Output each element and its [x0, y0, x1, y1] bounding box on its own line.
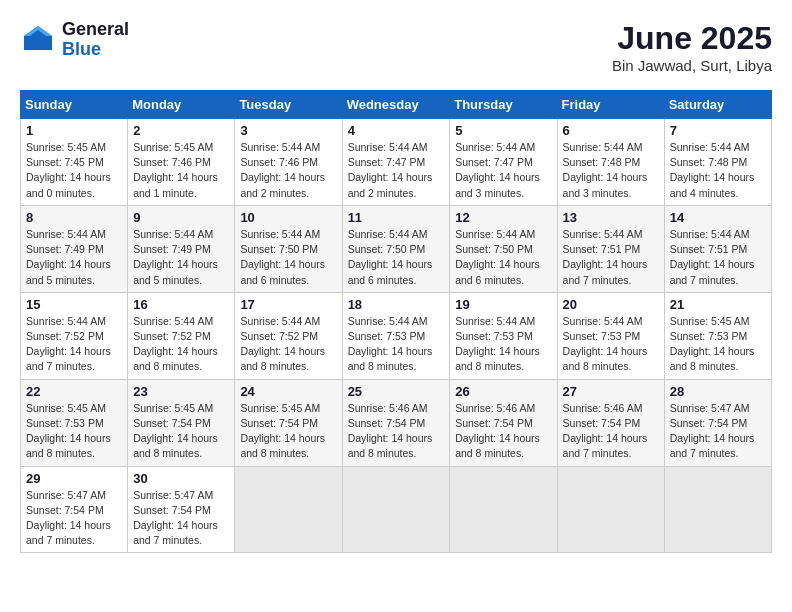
- day-number: 16: [133, 297, 229, 312]
- calendar-cell: 14Sunrise: 5:44 AM Sunset: 7:51 PM Dayli…: [664, 205, 771, 292]
- day-number: 18: [348, 297, 445, 312]
- day-number: 24: [240, 384, 336, 399]
- day-number: 4: [348, 123, 445, 138]
- calendar-cell: 9Sunrise: 5:44 AM Sunset: 7:49 PM Daylig…: [128, 205, 235, 292]
- day-number: 25: [348, 384, 445, 399]
- day-info: Sunrise: 5:45 AM Sunset: 7:46 PM Dayligh…: [133, 140, 229, 201]
- day-info: Sunrise: 5:46 AM Sunset: 7:54 PM Dayligh…: [455, 401, 551, 462]
- day-info: Sunrise: 5:44 AM Sunset: 7:47 PM Dayligh…: [348, 140, 445, 201]
- day-info: Sunrise: 5:45 AM Sunset: 7:54 PM Dayligh…: [240, 401, 336, 462]
- calendar-cell: 6Sunrise: 5:44 AM Sunset: 7:48 PM Daylig…: [557, 119, 664, 206]
- logo-icon: [20, 22, 56, 58]
- day-info: Sunrise: 5:44 AM Sunset: 7:51 PM Dayligh…: [563, 227, 659, 288]
- calendar-header: SundayMondayTuesdayWednesdayThursdayFrid…: [21, 91, 772, 119]
- day-number: 29: [26, 471, 122, 486]
- calendar-cell: 26Sunrise: 5:46 AM Sunset: 7:54 PM Dayli…: [450, 379, 557, 466]
- day-info: Sunrise: 5:44 AM Sunset: 7:47 PM Dayligh…: [455, 140, 551, 201]
- day-info: Sunrise: 5:46 AM Sunset: 7:54 PM Dayligh…: [348, 401, 445, 462]
- day-info: Sunrise: 5:45 AM Sunset: 7:45 PM Dayligh…: [26, 140, 122, 201]
- calendar-cell: [664, 466, 771, 553]
- day-number: 21: [670, 297, 766, 312]
- calendar-cell: 7Sunrise: 5:44 AM Sunset: 7:48 PM Daylig…: [664, 119, 771, 206]
- day-info: Sunrise: 5:47 AM Sunset: 7:54 PM Dayligh…: [26, 488, 122, 549]
- day-number: 19: [455, 297, 551, 312]
- calendar-cell: 25Sunrise: 5:46 AM Sunset: 7:54 PM Dayli…: [342, 379, 450, 466]
- calendar-body: 1Sunrise: 5:45 AM Sunset: 7:45 PM Daylig…: [21, 119, 772, 553]
- calendar-cell: 28Sunrise: 5:47 AM Sunset: 7:54 PM Dayli…: [664, 379, 771, 466]
- day-info: Sunrise: 5:44 AM Sunset: 7:46 PM Dayligh…: [240, 140, 336, 201]
- calendar-cell: 29Sunrise: 5:47 AM Sunset: 7:54 PM Dayli…: [21, 466, 128, 553]
- weekday-header: Saturday: [664, 91, 771, 119]
- day-info: Sunrise: 5:44 AM Sunset: 7:52 PM Dayligh…: [26, 314, 122, 375]
- calendar-cell: 18Sunrise: 5:44 AM Sunset: 7:53 PM Dayli…: [342, 292, 450, 379]
- calendar-week-row: 15Sunrise: 5:44 AM Sunset: 7:52 PM Dayli…: [21, 292, 772, 379]
- calendar-cell: 22Sunrise: 5:45 AM Sunset: 7:53 PM Dayli…: [21, 379, 128, 466]
- calendar-cell: 24Sunrise: 5:45 AM Sunset: 7:54 PM Dayli…: [235, 379, 342, 466]
- day-number: 8: [26, 210, 122, 225]
- calendar-cell: 2Sunrise: 5:45 AM Sunset: 7:46 PM Daylig…: [128, 119, 235, 206]
- calendar-cell: 11Sunrise: 5:44 AM Sunset: 7:50 PM Dayli…: [342, 205, 450, 292]
- calendar-cell: 16Sunrise: 5:44 AM Sunset: 7:52 PM Dayli…: [128, 292, 235, 379]
- day-number: 26: [455, 384, 551, 399]
- calendar-cell: [557, 466, 664, 553]
- calendar-cell: 21Sunrise: 5:45 AM Sunset: 7:53 PM Dayli…: [664, 292, 771, 379]
- day-number: 17: [240, 297, 336, 312]
- day-number: 1: [26, 123, 122, 138]
- day-info: Sunrise: 5:44 AM Sunset: 7:53 PM Dayligh…: [348, 314, 445, 375]
- calendar-cell: [235, 466, 342, 553]
- month-title: June 2025: [612, 20, 772, 57]
- logo-text: General Blue: [62, 20, 129, 60]
- day-number: 30: [133, 471, 229, 486]
- weekday-header: Tuesday: [235, 91, 342, 119]
- day-number: 22: [26, 384, 122, 399]
- calendar-cell: [450, 466, 557, 553]
- day-info: Sunrise: 5:44 AM Sunset: 7:50 PM Dayligh…: [348, 227, 445, 288]
- day-info: Sunrise: 5:44 AM Sunset: 7:52 PM Dayligh…: [133, 314, 229, 375]
- day-info: Sunrise: 5:44 AM Sunset: 7:53 PM Dayligh…: [455, 314, 551, 375]
- calendar-table: SundayMondayTuesdayWednesdayThursdayFrid…: [20, 90, 772, 553]
- calendar-cell: 13Sunrise: 5:44 AM Sunset: 7:51 PM Dayli…: [557, 205, 664, 292]
- day-number: 28: [670, 384, 766, 399]
- weekday-header: Friday: [557, 91, 664, 119]
- day-number: 6: [563, 123, 659, 138]
- calendar-cell: 19Sunrise: 5:44 AM Sunset: 7:53 PM Dayli…: [450, 292, 557, 379]
- day-number: 14: [670, 210, 766, 225]
- weekday-header: Thursday: [450, 91, 557, 119]
- logo-blue: Blue: [62, 40, 129, 60]
- day-number: 5: [455, 123, 551, 138]
- day-number: 27: [563, 384, 659, 399]
- day-info: Sunrise: 5:44 AM Sunset: 7:50 PM Dayligh…: [240, 227, 336, 288]
- day-number: 9: [133, 210, 229, 225]
- day-info: Sunrise: 5:44 AM Sunset: 7:48 PM Dayligh…: [670, 140, 766, 201]
- calendar-cell: 27Sunrise: 5:46 AM Sunset: 7:54 PM Dayli…: [557, 379, 664, 466]
- calendar-cell: 4Sunrise: 5:44 AM Sunset: 7:47 PM Daylig…: [342, 119, 450, 206]
- calendar-cell: 30Sunrise: 5:47 AM Sunset: 7:54 PM Dayli…: [128, 466, 235, 553]
- day-number: 12: [455, 210, 551, 225]
- calendar-cell: 23Sunrise: 5:45 AM Sunset: 7:54 PM Dayli…: [128, 379, 235, 466]
- day-info: Sunrise: 5:44 AM Sunset: 7:50 PM Dayligh…: [455, 227, 551, 288]
- calendar-week-row: 22Sunrise: 5:45 AM Sunset: 7:53 PM Dayli…: [21, 379, 772, 466]
- day-number: 13: [563, 210, 659, 225]
- calendar-cell: 15Sunrise: 5:44 AM Sunset: 7:52 PM Dayli…: [21, 292, 128, 379]
- calendar-cell: 10Sunrise: 5:44 AM Sunset: 7:50 PM Dayli…: [235, 205, 342, 292]
- calendar-cell: 12Sunrise: 5:44 AM Sunset: 7:50 PM Dayli…: [450, 205, 557, 292]
- day-number: 2: [133, 123, 229, 138]
- day-info: Sunrise: 5:45 AM Sunset: 7:54 PM Dayligh…: [133, 401, 229, 462]
- day-number: 11: [348, 210, 445, 225]
- day-info: Sunrise: 5:44 AM Sunset: 7:52 PM Dayligh…: [240, 314, 336, 375]
- calendar-cell: 8Sunrise: 5:44 AM Sunset: 7:49 PM Daylig…: [21, 205, 128, 292]
- calendar-cell: 5Sunrise: 5:44 AM Sunset: 7:47 PM Daylig…: [450, 119, 557, 206]
- day-info: Sunrise: 5:47 AM Sunset: 7:54 PM Dayligh…: [670, 401, 766, 462]
- day-number: 15: [26, 297, 122, 312]
- day-info: Sunrise: 5:44 AM Sunset: 7:53 PM Dayligh…: [563, 314, 659, 375]
- calendar-cell: [342, 466, 450, 553]
- calendar-week-row: 1Sunrise: 5:45 AM Sunset: 7:45 PM Daylig…: [21, 119, 772, 206]
- day-info: Sunrise: 5:44 AM Sunset: 7:51 PM Dayligh…: [670, 227, 766, 288]
- day-info: Sunrise: 5:47 AM Sunset: 7:54 PM Dayligh…: [133, 488, 229, 549]
- weekday-header: Wednesday: [342, 91, 450, 119]
- weekday-header: Sunday: [21, 91, 128, 119]
- day-number: 7: [670, 123, 766, 138]
- location: Bin Jawwad, Surt, Libya: [612, 57, 772, 74]
- day-info: Sunrise: 5:45 AM Sunset: 7:53 PM Dayligh…: [670, 314, 766, 375]
- logo-general: General: [62, 20, 129, 40]
